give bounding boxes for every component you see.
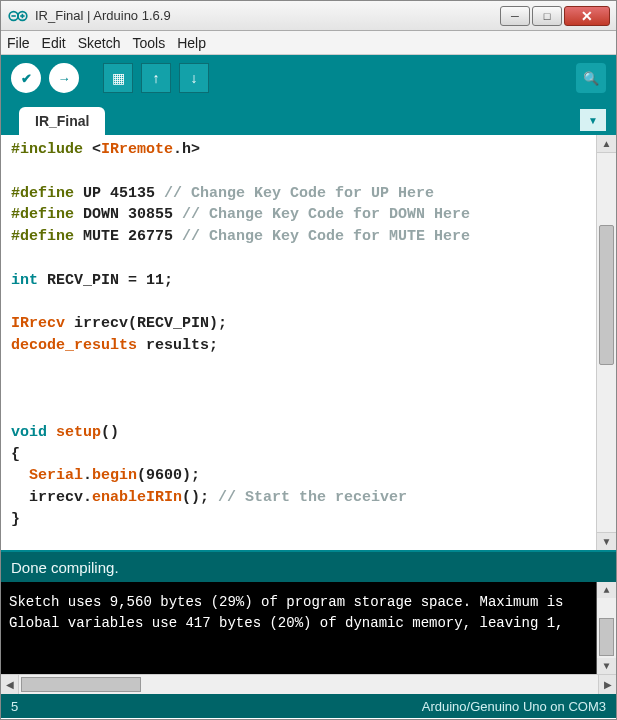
console-vertical-scrollbar[interactable]: ▲ ▼	[596, 582, 616, 674]
check-icon: ✔	[21, 71, 32, 86]
scroll-right-icon[interactable]: ▶	[598, 675, 616, 694]
open-sketch-button[interactable]: ↑	[141, 63, 171, 93]
code-editor[interactable]: #include <IRremote.h> #define UP 45135 /…	[1, 135, 616, 552]
footer-bar: 5 Arduino/Genuino Uno on COM3	[1, 694, 616, 718]
window-title: IR_Final | Arduino 1.6.9	[35, 8, 500, 23]
close-button[interactable]: ✕	[564, 6, 610, 26]
magnifier-icon: 🔍	[583, 71, 599, 86]
editor-vertical-scrollbar[interactable]: ▲ ▼	[596, 135, 616, 550]
line-number: 5	[11, 699, 18, 714]
chevron-down-icon: ▼	[588, 115, 598, 126]
console-line: Sketch uses 9,560 bytes (29%) of program…	[9, 592, 610, 613]
tab-ir-final[interactable]: IR_Final	[19, 107, 105, 135]
toolbar: ✔ → ▦ ↑ ↓ 🔍	[1, 55, 616, 101]
new-sketch-button[interactable]: ▦	[103, 63, 133, 93]
minimize-button[interactable]: ─	[500, 6, 530, 26]
tab-dropdown-button[interactable]: ▼	[580, 109, 606, 131]
verify-button[interactable]: ✔	[11, 63, 41, 93]
console-horizontal-scrollbar[interactable]: ◀ ▶	[1, 674, 616, 694]
arrow-up-icon: ↑	[153, 70, 160, 86]
serial-monitor-button[interactable]: 🔍	[576, 63, 606, 93]
window-titlebar: IR_Final | Arduino 1.6.9 ─ □ ✕	[1, 1, 616, 31]
menu-file[interactable]: File	[7, 35, 30, 51]
arrow-right-icon: →	[58, 71, 71, 86]
arduino-logo-icon	[7, 9, 29, 23]
console-line: Global variables use 417 bytes (20%) of …	[9, 613, 610, 634]
board-port-label: Arduino/Genuino Uno on COM3	[422, 699, 606, 714]
tab-bar: IR_Final ▼	[1, 101, 616, 135]
code-content: #include <IRremote.h> #define UP 45135 /…	[11, 139, 594, 531]
menu-edit[interactable]: Edit	[42, 35, 66, 51]
save-sketch-button[interactable]: ↓	[179, 63, 209, 93]
upload-button[interactable]: →	[49, 63, 79, 93]
file-icon: ▦	[112, 70, 125, 86]
maximize-button[interactable]: □	[532, 6, 562, 26]
scroll-down-icon[interactable]: ▼	[597, 532, 616, 550]
scrollbar-thumb[interactable]	[21, 677, 141, 692]
menu-bar: File Edit Sketch Tools Help	[1, 31, 616, 55]
menu-help[interactable]: Help	[177, 35, 206, 51]
menu-tools[interactable]: Tools	[133, 35, 166, 51]
scroll-up-icon[interactable]: ▲	[597, 135, 616, 153]
menu-sketch[interactable]: Sketch	[78, 35, 121, 51]
scroll-down-icon[interactable]: ▼	[597, 658, 616, 674]
scroll-up-icon[interactable]: ▲	[597, 582, 616, 598]
status-text: Done compiling.	[11, 559, 119, 576]
arrow-down-icon: ↓	[191, 70, 198, 86]
scroll-left-icon[interactable]: ◀	[1, 675, 19, 694]
status-bar: Done compiling.	[1, 552, 616, 582]
console-output: Sketch uses 9,560 bytes (29%) of program…	[1, 582, 616, 674]
scrollbar-thumb[interactable]	[599, 618, 614, 656]
scrollbar-thumb[interactable]	[599, 225, 614, 365]
